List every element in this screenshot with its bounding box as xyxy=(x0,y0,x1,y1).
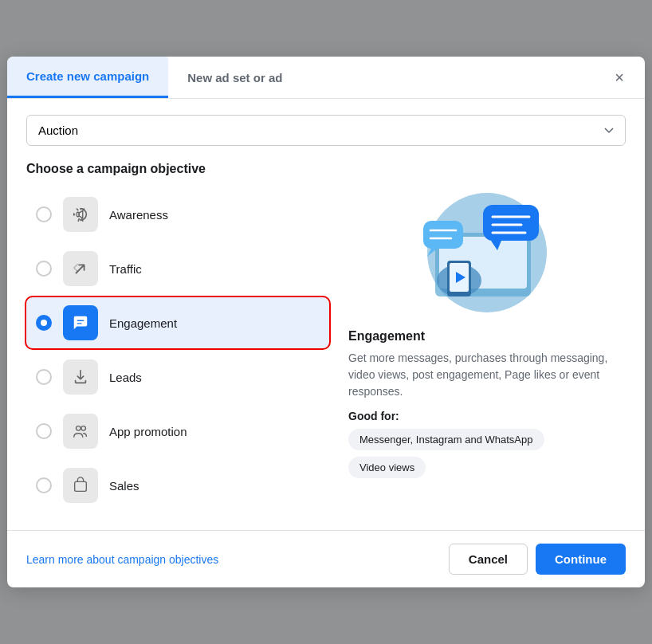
detail-column: Engagement Get more messages, purchases … xyxy=(348,189,626,514)
close-button[interactable]: × xyxy=(607,65,632,90)
cancel-button[interactable]: Cancel xyxy=(449,544,528,575)
detail-title: Engagement xyxy=(348,329,626,344)
objective-item-engagement[interactable]: Engagement xyxy=(26,297,329,348)
tag-messenger: Messenger, Instagram and WhatsApp xyxy=(348,429,544,450)
modal: Create new campaign New ad set or ad × A… xyxy=(7,57,645,587)
leads-icon-box xyxy=(63,359,98,395)
app-promotion-label: App promotion xyxy=(109,425,187,438)
modal-body: Auction Reservation Choose a campaign ob… xyxy=(7,99,645,530)
radio-leads xyxy=(36,369,52,385)
objective-item-awareness[interactable]: Awareness xyxy=(26,189,329,240)
good-for-label: Good for: xyxy=(348,410,626,422)
radio-app-promotion xyxy=(36,423,52,439)
sales-label: Sales xyxy=(109,479,139,493)
objective-item-sales[interactable]: Sales xyxy=(26,460,329,511)
dropdown-row: Auction Reservation xyxy=(26,115,626,146)
svg-rect-9 xyxy=(483,205,539,241)
leads-icon xyxy=(72,368,89,386)
radio-awareness xyxy=(36,206,52,222)
awareness-icon xyxy=(72,206,89,223)
svg-rect-17 xyxy=(423,221,463,249)
awareness-icon-box xyxy=(63,197,98,232)
learn-more-link[interactable]: Learn more about campaign objectives xyxy=(26,553,218,566)
objective-item-leads[interactable]: Leads xyxy=(26,351,329,402)
svg-point-4 xyxy=(81,426,86,431)
continue-button[interactable]: Continue xyxy=(536,544,626,575)
engagement-icon-box xyxy=(63,305,98,340)
radio-sales xyxy=(36,477,52,493)
objective-item-app-promotion[interactable]: App promotion xyxy=(26,406,329,457)
content-row: Awareness Traffic xyxy=(26,189,626,514)
engagement-icon xyxy=(72,314,89,332)
radio-engagement xyxy=(36,315,52,331)
app-promotion-icon xyxy=(72,422,89,440)
objective-item-traffic[interactable]: Traffic xyxy=(26,243,329,294)
radio-traffic xyxy=(36,261,52,277)
traffic-icon-box xyxy=(63,251,98,286)
traffic-label: Traffic xyxy=(109,262,142,276)
objectives-column: Awareness Traffic xyxy=(26,189,329,514)
sales-icon xyxy=(72,477,89,494)
sales-icon-box xyxy=(63,468,98,503)
modal-overlay: Create new campaign New ad set or ad × A… xyxy=(0,0,652,644)
tag-video-views: Video views xyxy=(348,457,426,478)
leads-label: Leads xyxy=(109,371,142,384)
modal-header: Create new campaign New ad set or ad × xyxy=(7,57,645,99)
traffic-icon xyxy=(72,260,89,277)
app-promotion-icon-box xyxy=(63,414,98,449)
footer-buttons: Cancel Continue xyxy=(449,544,626,575)
modal-footer: Learn more about campaign objectives Can… xyxy=(7,530,645,587)
tab-create-campaign[interactable]: Create new campaign xyxy=(7,57,168,98)
svg-point-3 xyxy=(77,426,81,431)
section-title: Choose a campaign objective xyxy=(26,162,626,176)
tags-row: Messenger, Instagram and WhatsApp Video … xyxy=(348,429,626,478)
engagement-label: Engagement xyxy=(109,316,177,330)
detail-description: Get more messages, purchases through mes… xyxy=(348,350,626,400)
auction-dropdown[interactable]: Auction Reservation xyxy=(26,115,626,146)
tab-new-ad-set[interactable]: New ad set or ad xyxy=(168,57,301,98)
svg-rect-5 xyxy=(75,481,87,491)
engagement-illustration xyxy=(411,189,563,316)
awareness-label: Awareness xyxy=(109,208,168,222)
